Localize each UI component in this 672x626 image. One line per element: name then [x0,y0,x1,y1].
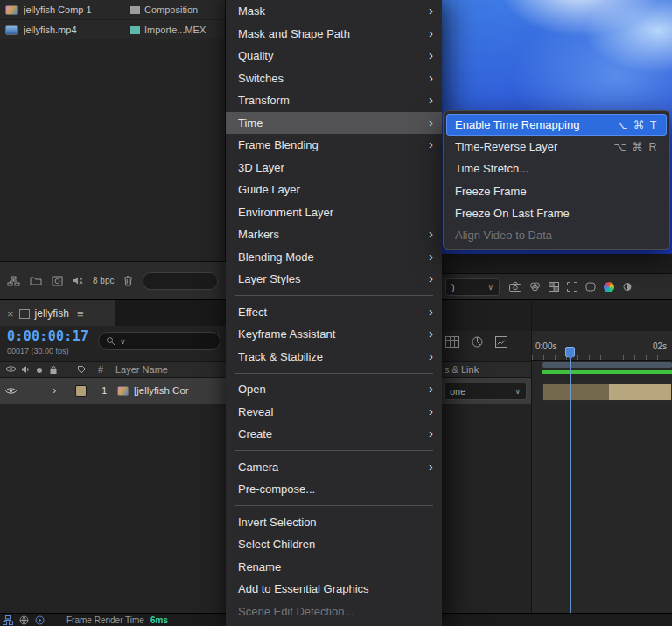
time-ruler[interactable]: 0:00s 02s [532,331,672,361]
submenu-item-freeze-on-last-frame[interactable]: Freeze On Last Frame [446,202,667,224]
magnification-dropdown[interactable]: ) ∨ [445,278,500,296]
menu-item-time[interactable]: Time› [226,112,442,135]
menu-item-frame-blending[interactable]: Frame Blending› [226,134,442,157]
layer-visibility-icon[interactable] [5,387,17,395]
menu-item-create[interactable]: Create› [226,423,442,446]
keyboard-shortcut: ⌥ ⌘ T [615,118,658,131]
label-column-icon[interactable] [77,365,87,375]
menu-item-open[interactable]: Open› [226,378,442,401]
menu-item-transform[interactable]: Transform› [226,89,442,112]
layer-name-column-header[interactable]: Layer Name [116,364,168,375]
menu-item-label: Environment Layer [238,206,333,219]
submenu-item-align-video-to-data: Align Video to Data [446,224,667,246]
menu-item-track-stabilize[interactable]: Track & Stabilize› [226,346,442,369]
layer-label-color-swatch[interactable] [75,385,87,397]
menu-item-add-to-essential-graphics[interactable]: Add to Essential Graphics [226,578,442,601]
layer-number-column-header[interactable]: # [98,364,103,375]
frame-blending-icon[interactable] [472,336,483,348]
submenu-arrow-icon: › [429,305,433,318]
preview-icon[interactable] [35,615,45,625]
menu-item-effect[interactable]: Effect› [226,301,442,324]
frame-render-time-label: Frame Render Time [66,615,144,625]
graph-editor-icon[interactable] [495,336,508,348]
menu-item-quality[interactable]: Quality› [226,45,442,67]
mask-visibility-icon[interactable] [585,282,596,292]
network-render-icon[interactable] [3,615,13,625]
transparency-grid-icon[interactable] [549,282,559,292]
menu-item-label: Track & Stabilize [238,350,323,363]
submenu-arrow-icon: › [429,250,433,263]
project-item-jellyfish-mp4[interactable]: jellyfish.mp4Importe...MEX [0,20,225,40]
project-search-pill[interactable] [143,272,218,290]
layer-duration-bar-left[interactable] [542,383,609,401]
color-management-icon[interactable] [604,282,614,292]
show-channel-icon[interactable] [529,282,541,292]
region-of-interest-icon[interactable] [567,282,578,292]
new-composition-icon[interactable] [52,276,63,286]
submenu-arrow-icon: › [429,460,433,473]
menu-item-3d-layer[interactable]: 3D Layer [226,157,442,179]
timeline-search-field[interactable]: ∨ [98,332,220,350]
expand-layer-chevron-icon[interactable]: › [52,383,56,397]
comp-mini-flowchart-icon[interactable] [445,336,459,348]
playhead[interactable] [565,347,575,357]
menu-item-label: Time [238,116,262,130]
mute-audio-icon[interactable] [73,276,83,285]
composition-icon [5,5,18,15]
delete-icon[interactable] [123,275,133,286]
frame-render-time-value: 6ms [150,615,168,625]
exposure-icon[interactable] [622,282,633,292]
work-area-bar[interactable] [542,362,672,368]
bit-depth-label[interactable]: 8 bpc [93,276,114,285]
footage-type-icon [130,26,140,34]
current-timecode[interactable]: 0:00:00:17 [7,328,88,344]
ruler-label-0s: 0:00s [536,341,556,351]
menu-item-select-children[interactable]: Select Children [226,533,442,556]
menu-item-label: Quality [238,49,273,62]
menu-item-environment-layer[interactable]: Environment Layer [226,201,442,224]
solo-column-icon[interactable] [37,368,42,373]
submenu-item-time-reverse-layer[interactable]: Time-Reverse Layer⌥ ⌘ R [446,136,667,158]
menu-item-label: Switches [238,72,284,85]
timeline-tab-bar: × jellyfish ≡ [0,299,226,326]
lock-column-icon[interactable] [49,365,58,375]
close-panel-icon[interactable]: × [7,307,14,320]
snapshot-icon[interactable] [509,282,522,292]
menu-item-switches[interactable]: Switches› [226,67,442,90]
menu-item-keyframe-assistant[interactable]: Keyframe Assistant› [226,323,442,346]
layer-source-icon [117,386,129,396]
submenu-item-enable-time-remapping[interactable]: Enable Time Remapping⌥ ⌘ T [446,114,667,136]
menu-item-blending-mode[interactable]: Blending Mode› [226,246,442,269]
menu-item-markers[interactable]: Markers› [226,223,442,246]
menu-item-camera[interactable]: Camera› [226,456,442,479]
audio-column-icon[interactable] [21,365,31,374]
menu-item-reveal[interactable]: Reveal› [226,401,442,424]
layer-name[interactable]: [jellyfish Cor [134,385,189,396]
submenu-item-time-stretch[interactable]: Time Stretch... [446,158,667,179]
submenu-arrow-icon: › [429,26,433,39]
viewer-pasteboard [442,254,672,273]
layer-duration-bar-right[interactable] [609,383,672,401]
menu-item-mask[interactable]: Mask› [226,0,442,23]
globe-icon[interactable] [19,615,29,625]
menu-item-pre-compose[interactable]: Pre-compose... [226,478,442,501]
menu-item-invert-selection[interactable]: Invert Selection [226,511,442,534]
project-toolbar: 8 bpc [0,261,226,299]
menu-item-label: Markers [238,228,279,241]
project-flowchart-icon[interactable] [7,276,20,286]
new-folder-icon[interactable] [30,276,42,285]
menu-item-guide-layer[interactable]: Guide Layer [226,179,442,201]
menu-item-rename[interactable]: Rename [226,556,442,579]
panel-menu-icon[interactable]: ≡ [77,307,84,320]
timeline-time-area: 0:00:00:17 00017 (30.00 fps) ∨ [0,326,226,361]
viewer-toolbar: ) ∨ [442,273,672,299]
submenu-item-freeze-frame[interactable]: Freeze Frame [446,180,667,202]
parent-dropdown[interactable]: one ∨ [444,383,527,400]
video-column-icon[interactable] [5,365,17,373]
menu-item-mask-and-shape-path[interactable]: Mask and Shape Path› [226,23,442,46]
menu-item-layer-styles[interactable]: Layer Styles› [226,268,442,291]
timeline-tab[interactable]: × jellyfish ≡ [0,300,116,327]
project-item-jellyfish-comp-1[interactable]: jellyfish Comp 1Composition [0,0,225,20]
menu-item-label: Guide Layer [238,183,300,196]
layer-row[interactable]: › 1 [jellyfish Cor [0,378,226,404]
